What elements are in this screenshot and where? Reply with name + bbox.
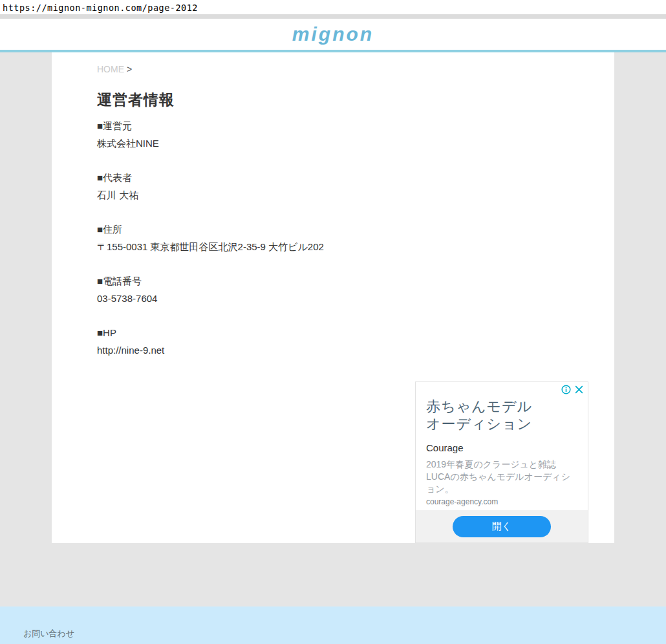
info-label: ■HP bbox=[97, 324, 569, 341]
ad-banner[interactable]: 赤ちゃんモデル オーディション Courage 2019年春夏のクラージュと雑誌… bbox=[415, 381, 588, 543]
breadcrumb-home-link[interactable]: HOME bbox=[97, 64, 124, 74]
ad-choices bbox=[561, 385, 584, 397]
info-label: ■電話番号 bbox=[97, 272, 569, 290]
ad-cta-strip: 開く bbox=[416, 510, 588, 542]
ad-info-icon[interactable] bbox=[561, 385, 571, 397]
info-label: ■住所 bbox=[97, 220, 569, 238]
info-value: 石川 大祐 bbox=[97, 186, 569, 204]
info-section-website: ■HP http://nine-9.net bbox=[97, 324, 569, 359]
breadcrumb-separator: > bbox=[127, 64, 132, 74]
page-background: HOME> 運営者情報 ■運営元 株式会社NINE ■代表者 石川 大祐 ■住所… bbox=[0, 52, 666, 606]
info-section-representative: ■代表者 石川 大祐 bbox=[97, 169, 569, 204]
browser-url[interactable]: https://mignon-mignon.com/page-2012 bbox=[3, 3, 198, 13]
info-section-operator: ■運営元 株式会社NINE bbox=[97, 117, 569, 152]
info-label: ■運営元 bbox=[97, 117, 569, 134]
info-section-address: ■住所 〒155-0031 東京都世田谷区北沢2-35-9 大竹ビル202 bbox=[97, 220, 569, 255]
site-footer: お問い合わせ bbox=[0, 606, 666, 644]
info-section-phone: ■電話番号 03-5738-7604 bbox=[97, 272, 569, 307]
page-title: 運営者情報 bbox=[97, 91, 569, 109]
info-value: http://nine-9.net bbox=[97, 341, 569, 359]
info-value: 03-5738-7604 bbox=[97, 290, 569, 307]
site-header: mignon bbox=[0, 19, 666, 52]
info-value: 株式会社NINE bbox=[97, 134, 569, 152]
ad-domain[interactable]: courage-agency.com bbox=[426, 497, 577, 506]
ad-title[interactable]: 赤ちゃんモデル オーディション bbox=[426, 398, 577, 433]
ad-content: 赤ちゃんモデル オーディション Courage 2019年春夏のクラージュと雑誌… bbox=[416, 382, 588, 506]
window-divider bbox=[0, 14, 666, 19]
main-content: HOME> 運営者情報 ■運営元 株式会社NINE ■代表者 石川 大祐 ■住所… bbox=[52, 52, 614, 543]
ad-close-icon[interactable] bbox=[574, 385, 584, 397]
ad-advertiser[interactable]: Courage bbox=[426, 442, 577, 453]
breadcrumb: HOME> bbox=[97, 65, 569, 74]
footer-contact-link[interactable]: お問い合わせ bbox=[23, 628, 74, 639]
info-value: 〒155-0031 東京都世田谷区北沢2-35-9 大竹ビル202 bbox=[97, 238, 569, 255]
info-label: ■代表者 bbox=[97, 169, 569, 186]
site-logo[interactable]: mignon bbox=[292, 23, 374, 45]
ad-description: 2019年春夏のクラージュと雑誌LUCAの赤ちゃんモデルオーディション。 bbox=[426, 458, 577, 495]
ad-open-button[interactable]: 開く bbox=[453, 516, 551, 537]
